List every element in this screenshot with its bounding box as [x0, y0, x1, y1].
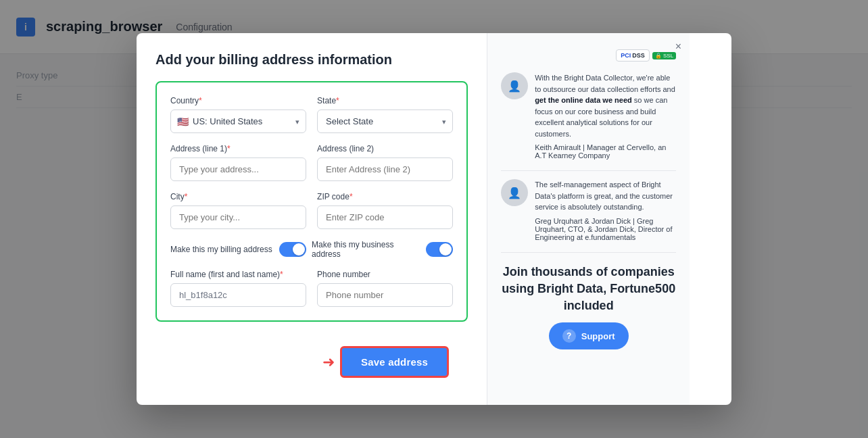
address-row: Address (line 1)* Address (line 2) — [170, 144, 453, 181]
state-group: State* Select State ▾ — [317, 96, 453, 133]
fullname-label: Full name (first and last name)* — [170, 270, 306, 279]
city-group: City* — [170, 192, 306, 229]
business-toggle-label: Make this my business address — [312, 240, 419, 259]
avatar-2: 👤 — [501, 179, 528, 206]
billing-modal: Add your billing address information Cou… — [137, 33, 731, 405]
pci-text: PCI — [621, 52, 631, 59]
address2-input[interactable] — [317, 157, 453, 181]
address1-input[interactable] — [170, 157, 306, 181]
phone-label: Phone number — [317, 270, 453, 279]
zip-group: ZIP code* — [317, 192, 453, 229]
country-label: Country* — [170, 96, 306, 105]
address2-group: Address (line 2) — [317, 144, 453, 181]
support-button[interactable]: ? Support — [549, 322, 629, 349]
state-select[interactable]: Select State — [317, 110, 453, 133]
security-badges: PCI DSS 🔒 SSL — [501, 49, 676, 62]
dss-text: DSS — [632, 52, 645, 59]
form-bordered-section: Country* 🇺🇸 US: United States ▾ — [155, 81, 468, 322]
arrow-icon: ➜ — [322, 354, 335, 371]
country-select-wrapper: 🇺🇸 US: United States ▾ — [170, 110, 306, 133]
billing-toggle[interactable] — [279, 242, 306, 257]
testimonial-2-author: Greg Urquhart & Jordan Dick | Greg Urquh… — [535, 217, 676, 241]
billing-toggle-label: Make this my billing address — [170, 245, 272, 254]
country-select[interactable]: US: United States — [170, 110, 306, 133]
testimonial-2-text: The self-management aspect of Bright Dat… — [535, 179, 676, 213]
address1-group: Address (line 1)* — [170, 144, 306, 181]
phone-input[interactable] — [317, 283, 453, 307]
business-toggle[interactable] — [426, 242, 453, 257]
divider-1 — [501, 170, 676, 171]
city-label: City* — [170, 192, 306, 201]
toggle-row: Make this my billing address Make this m… — [170, 240, 453, 259]
modal-overlay: Add your billing address information Cou… — [0, 0, 868, 438]
modal-footer: ➜ Save address — [155, 335, 468, 389]
address1-label: Address (line 1)* — [170, 144, 306, 153]
testimonial-1-author: Keith Amirault | Manager at Cervello, an… — [535, 143, 676, 160]
avatar-1: 👤 — [501, 72, 528, 99]
modal-right-panel: × PCI DSS 🔒 SSL 👤 With the Bright D — [487, 33, 690, 405]
business-toggle-group: Make this my business address — [312, 240, 453, 259]
zip-input[interactable] — [317, 205, 453, 229]
zip-label: ZIP code* — [317, 192, 453, 201]
avatar-1-icon: 👤 — [508, 80, 521, 93]
fullname-input[interactable] — [170, 283, 306, 307]
address2-label: Address (line 2) — [317, 144, 453, 153]
testimonial-1: 👤 With the Bright Data Collector, we're … — [501, 72, 676, 160]
pci-dss-badge: PCI DSS — [616, 49, 650, 62]
name-phone-row: Full name (first and last name)* Phone n… — [170, 270, 453, 307]
phone-group: Phone number — [317, 270, 453, 307]
support-icon: ? — [562, 329, 576, 343]
divider-2 — [501, 252, 676, 253]
modal-title: Add your billing address information — [155, 52, 468, 68]
join-text: Join thousands of companies using Bright… — [501, 264, 676, 315]
save-button-wrapper: ➜ Save address — [340, 346, 449, 378]
avatar-2-icon: 👤 — [508, 187, 521, 199]
city-zip-row: City* ZIP code* — [170, 192, 453, 229]
state-label: State* — [317, 96, 453, 105]
city-input[interactable] — [170, 205, 306, 229]
modal-form-panel: Add your billing address information Cou… — [137, 33, 487, 405]
close-button[interactable]: × — [675, 41, 681, 52]
support-label: Support — [581, 331, 615, 341]
billing-toggle-group: Make this my billing address — [170, 242, 312, 257]
fullname-group: Full name (first and last name)* — [170, 270, 306, 307]
testimonial-1-content: With the Bright Data Collector, we're ab… — [535, 72, 676, 160]
testimonial-1-text: With the Bright Data Collector, we're ab… — [535, 72, 676, 139]
testimonial-2-content: The self-management aspect of Bright Dat… — [535, 179, 676, 241]
testimonial-2: 👤 The self-management aspect of Bright D… — [501, 179, 676, 241]
save-address-button[interactable]: Save address — [340, 346, 449, 378]
ssl-badge: 🔒 SSL — [652, 52, 676, 59]
modal-left: Add your billing address information Cou… — [137, 33, 487, 405]
country-state-row: Country* 🇺🇸 US: United States ▾ — [170, 96, 453, 133]
state-select-wrapper: Select State ▾ — [317, 110, 453, 133]
country-group: Country* 🇺🇸 US: United States ▾ — [170, 96, 306, 133]
